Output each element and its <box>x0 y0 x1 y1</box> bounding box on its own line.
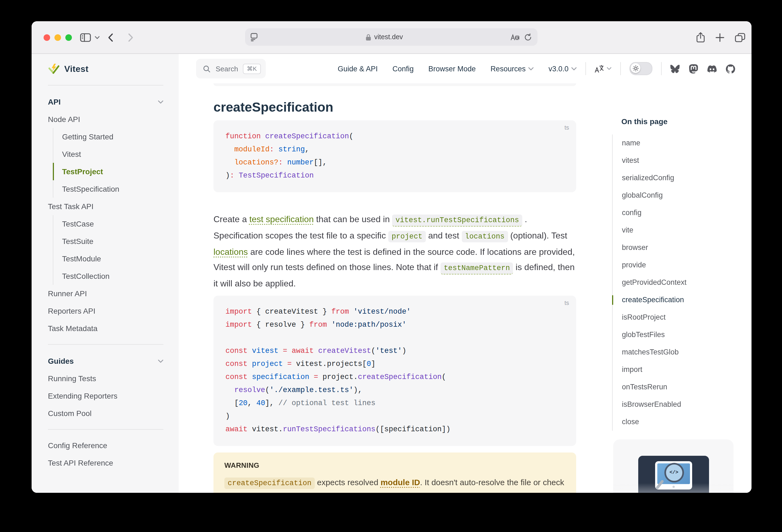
bluesky-icon[interactable] <box>670 64 680 73</box>
sidebar-item-test-task-api[interactable]: Test Task API <box>48 198 164 215</box>
inline-code-link-testnamepattern[interactable]: testNamePattern <box>440 262 513 275</box>
browser-window: vitest.dev <box>32 21 751 493</box>
sidebar-item-testmodule[interactable]: TestModule <box>53 250 164 268</box>
sidebar-item-reporters-api[interactable]: Reporters API <box>48 302 164 320</box>
language-menu[interactable] <box>595 65 611 73</box>
code-lang-badge: ts <box>564 124 569 131</box>
nav-link-v3-0-0[interactable]: v3.0.0 <box>548 65 577 73</box>
search-label: Search <box>216 65 238 73</box>
nav-link-config[interactable]: Config <box>392 65 414 73</box>
new-tab-icon[interactable] <box>714 21 725 54</box>
mastodon-icon[interactable] <box>689 64 698 73</box>
sidebar-item-test-api-reference[interactable]: Test API Reference <box>48 454 164 471</box>
sidebar-item-getting-started[interactable]: Getting Started <box>53 128 164 145</box>
toc-item-browser[interactable]: browser <box>613 239 743 256</box>
toc-item-createspecification[interactable]: createSpecification <box>613 291 743 309</box>
toc-active-marker <box>612 295 613 305</box>
sidebar-item-node-api[interactable]: Node API <box>48 110 164 128</box>
inline-link-test-specification[interactable]: test specification <box>249 215 314 224</box>
back-button[interactable] <box>106 21 115 54</box>
sidebar-item-testsuite[interactable]: TestSuite <box>53 233 164 250</box>
vitest-logo-icon <box>48 63 60 75</box>
toc-item-vitest[interactable]: vitest <box>613 152 743 169</box>
toc-item-globtestfiles[interactable]: globTestFiles <box>613 326 743 344</box>
sidebar-item-config-reference[interactable]: Config Reference <box>48 437 164 454</box>
close-window-button[interactable] <box>43 34 50 41</box>
sidebar-item-testcase[interactable]: TestCase <box>53 215 164 233</box>
search-kbd: ⌘K <box>243 64 260 74</box>
code-line: const vitest = await createVitest('test'… <box>225 345 564 358</box>
inline-link-module-id[interactable]: module ID <box>381 477 420 487</box>
sidebar-section-header-guides[interactable]: Guides <box>48 352 164 370</box>
chevron-down-icon <box>158 100 164 104</box>
minimize-window-button[interactable] <box>55 34 61 41</box>
toc-item-close[interactable]: close <box>613 413 743 431</box>
nav-link-label: Config <box>392 65 414 73</box>
description-paragraph: Create a test specification that can be … <box>213 212 576 291</box>
sidebar-item-vitest[interactable]: Vitest <box>53 145 164 163</box>
code-line: ) <box>225 410 564 423</box>
nav-link-browser-mode[interactable]: Browser Mode <box>428 65 476 73</box>
toc-item-isbrowserenabled[interactable]: isBrowserEnabled <box>613 396 743 413</box>
toc-item-getprovidedcontext[interactable]: getProvidedContext <box>613 274 743 291</box>
sidebar-toggle-icon[interactable] <box>78 21 93 54</box>
sidebar-item-extending-reporters[interactable]: Extending Reporters <box>48 387 164 404</box>
github-icon[interactable] <box>726 64 735 73</box>
code-line: locations?: number[], <box>225 156 564 169</box>
nav-link-guide-api[interactable]: Guide & API <box>337 65 378 73</box>
toc-item-provide[interactable]: provide <box>613 256 743 274</box>
share-icon[interactable] <box>695 21 706 54</box>
theme-toggle[interactable] <box>630 62 652 75</box>
inline-link-locations[interactable]: locations <box>213 247 248 256</box>
nav-link-label: Guide & API <box>337 65 378 73</box>
site-header: Search ⌘K Guide & APIConfigBrowser ModeR… <box>179 54 751 83</box>
translate-page-icon[interactable] <box>510 33 520 41</box>
nav-link-resources[interactable]: Resources <box>490 65 534 73</box>
docs-sidebar: Vitest APINode APIGetting StartedVitestT… <box>32 54 179 493</box>
zoom-window-button[interactable] <box>65 34 72 41</box>
nav-separator <box>620 62 621 75</box>
toc-item-config[interactable]: config <box>613 204 743 222</box>
reload-icon[interactable] <box>524 33 532 41</box>
tab-group-chevron-icon[interactable] <box>93 21 101 54</box>
search-icon <box>203 65 211 73</box>
toc-item-name[interactable]: name <box>613 135 743 152</box>
search-button[interactable]: Search ⌘K <box>196 59 265 78</box>
toc-item-isrootproject[interactable]: isRootProject <box>613 309 743 326</box>
sidebar-item-running-tests[interactable]: Running Tests <box>48 370 164 387</box>
code-line: await vitest.runTestSpecifications([spec… <box>225 423 564 436</box>
address-bar[interactable]: vitest.dev <box>245 28 537 46</box>
nav-separator <box>661 62 662 75</box>
sidebar-item-custom-pool[interactable]: Custom Pool <box>48 404 164 422</box>
sidebar-item-task-metadata[interactable]: Task Metadata <box>48 320 164 337</box>
inline-code-project: project <box>388 231 426 242</box>
nav-separator <box>585 62 586 75</box>
discord-icon[interactable] <box>707 64 717 73</box>
tab-overview-icon[interactable] <box>734 21 746 54</box>
code-line: function createSpecification( <box>225 130 564 143</box>
toc-list: namevitestserializedConfigglobalConfigco… <box>612 135 743 431</box>
code-line: const specification = project.createSpec… <box>225 371 564 384</box>
forward-button[interactable] <box>126 21 136 54</box>
magnifier-code-icon: </> <box>664 463 684 483</box>
inline-code-locations: locations <box>462 231 508 242</box>
inline-code-link-vitest-runtestspecifications[interactable]: vitest.runTestSpecifications <box>392 215 522 226</box>
reader-view-icon[interactable] <box>245 33 258 41</box>
toc-item-globalconfig[interactable]: globalConfig <box>613 187 743 204</box>
tls-lock-icon <box>365 34 371 41</box>
sidebar-item-testspecification[interactable]: TestSpecification <box>53 180 164 198</box>
vitest-logo[interactable]: Vitest <box>48 61 164 78</box>
sidebar-section-header-api[interactable]: API <box>48 93 164 110</box>
toc-item-matchestestglob[interactable]: matchesTestGlob <box>613 344 743 361</box>
chevron-down-icon <box>158 359 164 363</box>
sidebar-nav: APINode APIGetting StartedVitestTestProj… <box>48 93 164 471</box>
sponsor-card[interactable]: </> <box>613 439 734 493</box>
toc-item-import[interactable]: import <box>613 361 743 379</box>
screen: vitest.dev <box>0 0 782 532</box>
toc-item-ontestsrerun[interactable]: onTestsRerun <box>613 379 743 396</box>
sidebar-item-testcollection[interactable]: TestCollection <box>53 268 164 285</box>
sidebar-item-testproject[interactable]: TestProject <box>53 163 164 180</box>
sidebar-item-runner-api[interactable]: Runner API <box>48 285 164 302</box>
toc-item-serializedconfig[interactable]: serializedConfig <box>613 169 743 187</box>
toc-item-vite[interactable]: vite <box>613 222 743 239</box>
